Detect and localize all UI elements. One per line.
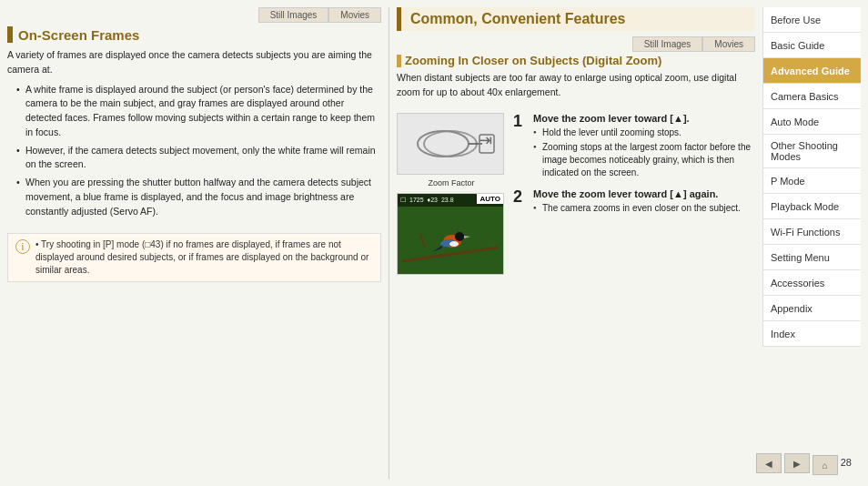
title-bar-left	[7, 26, 13, 43]
step-1: 1 Move the zoom lever toward [▲]. Hold t…	[513, 113, 755, 181]
steps-container: ⇥ Zoom Factor ☐ 1	[397, 113, 755, 275]
bullet-item-3: When you are pressing the shutter button…	[16, 176, 381, 218]
images-col: ⇥ Zoom Factor ☐ 1	[397, 113, 506, 275]
left-intro-text: A variety of frames are displayed once t…	[7, 48, 381, 77]
sidebar-item-before-use[interactable]: Before Use	[763, 7, 861, 33]
step-2-content: Move the zoom lever toward [▲] again. Th…	[533, 188, 755, 217]
right-tab-bar: Still Images Movies	[397, 36, 755, 52]
step-2-bullet-1: The camera zooms in even closer on the s…	[533, 202, 755, 215]
svg-line-3	[402, 248, 498, 261]
svg-point-0	[418, 131, 469, 157]
zoom-factor-label: Zoom Factor	[397, 178, 506, 187]
svg-marker-9	[432, 245, 443, 252]
note-icon: i	[15, 239, 30, 254]
step-2: 2 Move the zoom lever toward [▲] again. …	[513, 188, 755, 217]
svg-point-6	[455, 232, 464, 241]
svg-marker-7	[464, 236, 470, 238]
sidebar-item-playback-mode[interactable]: Playback Mode	[763, 194, 861, 219]
right-intro-text: When distant subjects are too far away t…	[397, 71, 755, 100]
sidebar-item-camera-basics[interactable]: Camera Basics	[763, 84, 861, 109]
sub-title-bar	[397, 55, 401, 67]
step-2-num: 2	[513, 188, 528, 217]
sidebar-item-appendix[interactable]: Appendix	[763, 296, 861, 321]
step-1-content: Move the zoom lever toward [▲]. Hold the…	[533, 113, 755, 181]
bullet-item-1: A white frame is displayed around the su…	[16, 83, 381, 140]
left-bullet-list: A white frame is displayed around the su…	[7, 83, 381, 223]
sidebar-item-accessories[interactable]: Accessories	[763, 270, 861, 296]
steps-col: 1 Move the zoom lever toward [▲]. Hold t…	[513, 113, 755, 275]
sidebar-item-advanced-guide[interactable]: Advanced Guide	[763, 58, 861, 84]
hud-bar: ☐ 1725 ♦23 23.8 AUTO	[398, 194, 503, 207]
zoom-image-bottom: ☐ 1725 ♦23 23.8 AUTO	[397, 193, 504, 275]
sidebar-item-index[interactable]: Index	[763, 321, 861, 347]
sidebar-item-other-shooting[interactable]: Other Shooting Modes	[763, 135, 861, 168]
sidebar-wrapper: Before Use Basic Guide Advanced Guide Ca…	[762, 7, 861, 479]
sidebar-item-auto-mode[interactable]: Auto Mode	[763, 109, 861, 135]
left-panel: Still Images Movies On-Screen Frames A v…	[7, 7, 389, 479]
sidebar: Before Use Basic Guide Advanced Guide Ca…	[762, 7, 861, 347]
hud-auto-label: AUTO	[477, 194, 503, 204]
sidebar-item-basic-guide[interactable]: Basic Guide	[763, 33, 861, 58]
left-tab-bar: Still Images Movies	[7, 7, 381, 23]
svg-point-10	[449, 241, 459, 247]
note-text: • Try shooting in [P] mode (□43) if no f…	[35, 238, 373, 277]
camera-viewfinder: ☐ 1725 ♦23 23.8 AUTO	[398, 194, 503, 274]
step-1-bullet-1: Hold the lever until zooming stops.	[533, 127, 755, 139]
page-number: 28	[841, 457, 855, 468]
sidebar-item-wifi[interactable]: Wi-Fi Functions	[763, 219, 861, 245]
home-button[interactable]: ⌂	[812, 455, 838, 475]
step-2-title: Move the zoom lever toward [▲] again.	[533, 188, 755, 199]
right-panel: Common, Convenient Features Still Images…	[397, 7, 755, 479]
step-1-title: Move the zoom lever toward [▲].	[533, 113, 755, 124]
svg-line-4	[420, 234, 425, 248]
zoom-image-top: ⇥	[397, 113, 504, 175]
prev-button[interactable]: ◀	[756, 453, 782, 473]
next-button[interactable]: ▶	[784, 453, 810, 473]
tab-still-images-right[interactable]: Still Images	[632, 36, 703, 52]
note-box: i • Try shooting in [P] mode (□43) if no…	[7, 233, 381, 282]
sidebar-item-p-mode[interactable]: P Mode	[763, 168, 861, 194]
sidebar-item-setting-menu[interactable]: Setting Menu	[763, 245, 861, 270]
step-1-bullet-2: Zooming stops at the largest zoom factor…	[533, 141, 755, 179]
bullet-item-2: However, if the camera detects subject m…	[16, 144, 381, 173]
zoom-diagram	[405, 116, 496, 171]
page-footer: ◀ ▶ ⌂ 28	[762, 444, 861, 479]
on-screen-frames-title: On-Screen Frames	[7, 26, 381, 43]
tab-still-images-left[interactable]: Still Images	[258, 7, 329, 23]
step-1-num: 1	[513, 113, 528, 181]
zoom-section-title: Zooming In Closer on Subjects (Digital Z…	[397, 54, 755, 67]
tab-movies-right[interactable]: Movies	[702, 36, 755, 52]
bird-image	[398, 207, 504, 275]
common-features-title: Common, Convenient Features	[397, 7, 755, 31]
tab-movies-left[interactable]: Movies	[328, 7, 381, 23]
